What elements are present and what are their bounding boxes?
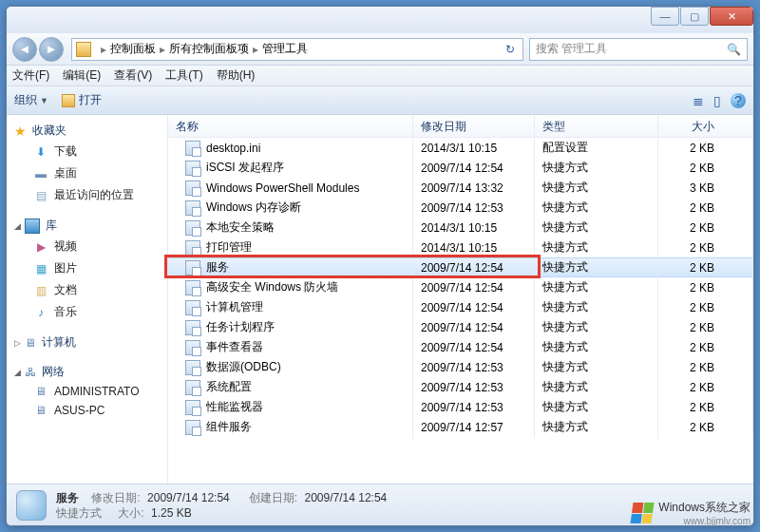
table-row[interactable]: 高级安全 Windows 防火墙 2009/7/14 12:54 快捷方式 2 … xyxy=(168,277,753,297)
menu-edit[interactable]: 编辑(E) xyxy=(63,67,101,84)
table-row[interactable]: 系统配置 2009/7/14 12:53 快捷方式 2 KB xyxy=(168,377,753,397)
menu-tools[interactable]: 工具(T) xyxy=(165,67,202,84)
sidebar-item[interactable]: 🖥ADMINISTRATO xyxy=(7,382,167,401)
watermark-brand: Windows xyxy=(658,501,705,514)
table-row[interactable]: 任务计划程序 2009/7/14 12:54 快捷方式 2 KB xyxy=(168,317,753,337)
file-icon xyxy=(185,260,200,276)
table-row[interactable]: Windows PowerShell Modules 2009/7/14 13:… xyxy=(168,178,753,198)
search-input[interactable]: 搜索 管理工具 🔍 xyxy=(529,38,748,61)
open-label: 打开 xyxy=(79,92,102,108)
preview-pane-button[interactable]: ▯ xyxy=(713,93,721,108)
menu-help[interactable]: 帮助(H) xyxy=(217,67,256,84)
file-date: 2009/7/14 12:54 xyxy=(413,337,535,358)
sidebar-item-label: ASUS-PC xyxy=(54,404,104,417)
table-row[interactable]: 组件服务 2009/7/14 12:57 快捷方式 2 KB xyxy=(168,417,753,437)
col-name[interactable]: 名称 xyxy=(168,115,413,137)
file-name: 计算机管理 xyxy=(206,299,263,315)
sidebar-item-icon: ▬ xyxy=(33,167,48,180)
breadcrumb[interactable]: 管理工具 xyxy=(262,41,308,57)
refresh-button[interactable]: ↻ xyxy=(502,43,519,56)
file-size: 2 KB xyxy=(658,158,753,179)
open-button[interactable]: 打开 xyxy=(62,92,102,108)
computer-icon: 🖥 xyxy=(33,385,48,398)
network-icon: 🖧 xyxy=(25,366,36,379)
table-row[interactable]: 性能监视器 2009/7/14 12:53 快捷方式 2 KB xyxy=(168,397,753,417)
close-button[interactable]: ✕ xyxy=(710,7,753,26)
address-bar[interactable]: ▸ 控制面板 ▸ 所有控制面板项 ▸ 管理工具 ↻ xyxy=(71,38,523,61)
file-size: 2 KB xyxy=(658,297,753,318)
file-size: 2 KB xyxy=(658,337,753,358)
menu-view[interactable]: 查看(V) xyxy=(114,67,152,84)
table-row[interactable]: 事件查看器 2009/7/14 12:54 快捷方式 2 KB xyxy=(168,337,753,357)
file-name: 服务 xyxy=(206,259,229,276)
favorites-header[interactable]: ★ 收藏夹 xyxy=(7,121,167,141)
table-row[interactable]: 打印管理 2014/3/1 10:15 快捷方式 2 KB xyxy=(168,238,753,257)
breadcrumb-sep: ▸ xyxy=(160,43,165,56)
sidebar-item[interactable]: ⬇下载 xyxy=(7,141,167,162)
file-size: 2 KB xyxy=(658,138,753,159)
breadcrumb[interactable]: 控制面板 xyxy=(110,41,156,57)
file-name: 性能监视器 xyxy=(206,399,263,415)
file-size: 2 KB xyxy=(658,238,753,258)
col-date[interactable]: 修改日期 xyxy=(413,115,535,137)
file-name: Windows 内存诊断 xyxy=(206,200,301,216)
file-size: 2 KB xyxy=(658,417,753,438)
table-row[interactable]: 本地安全策略 2014/3/1 10:15 快捷方式 2 KB xyxy=(168,218,753,238)
computer-header[interactable]: ▷ 🖥 计算机 xyxy=(7,332,167,352)
col-size[interactable]: 大小 xyxy=(658,115,753,137)
back-button[interactable]: ◄ xyxy=(12,37,37,62)
star-icon: ★ xyxy=(14,124,27,139)
sidebar-item[interactable]: ▤最近访问的位置 xyxy=(7,184,167,206)
table-row[interactable]: Windows 内存诊断 2009/7/14 12:53 快捷方式 2 KB xyxy=(168,198,753,218)
sidebar-item[interactable]: ▶视频 xyxy=(7,236,167,257)
sidebar-item[interactable]: ▥文档 xyxy=(7,279,167,301)
table-row[interactable]: 服务 2009/7/14 12:54 快捷方式 2 KB xyxy=(168,257,753,277)
watermark: Windows系统之家 www.bjjmlv.com xyxy=(632,500,750,526)
titlebar[interactable]: — ▢ ✕ xyxy=(7,7,753,33)
sidebar-item[interactable]: ♪音乐 xyxy=(7,301,167,323)
file-size: 2 KB xyxy=(658,397,753,418)
sidebar-item[interactable]: ▬桌面 xyxy=(7,162,167,184)
view-mode-button[interactable]: ≣ xyxy=(693,93,704,108)
status-create-label: 创建日期: xyxy=(249,491,297,504)
table-row[interactable]: 数据源(ODBC) 2009/7/14 12:53 快捷方式 2 KB xyxy=(168,357,753,377)
file-icon xyxy=(185,320,200,335)
libraries-header[interactable]: ◢ 库 xyxy=(7,216,167,236)
maximize-button[interactable]: ▢ xyxy=(680,7,709,26)
organize-button[interactable]: 组织 ▼ xyxy=(14,92,48,108)
col-type[interactable]: 类型 xyxy=(535,115,658,137)
sidebar-item[interactable]: ▦图片 xyxy=(7,257,167,279)
help-button[interactable]: ? xyxy=(731,93,746,108)
sidebar-item-label: 音乐 xyxy=(54,304,77,320)
table-row[interactable]: desktop.ini 2014/3/1 10:15 配置设置 2 KB xyxy=(168,138,753,158)
file-date: 2009/7/14 12:53 xyxy=(413,377,535,398)
expand-icon: ◢ xyxy=(14,221,21,231)
navbar: ◄ ► ▸ 控制面板 ▸ 所有控制面板项 ▸ 管理工具 ↻ 搜索 管理工具 🔍 xyxy=(7,33,753,66)
computer-label: 计算机 xyxy=(42,334,76,351)
file-date: 2009/7/14 12:54 xyxy=(413,317,535,338)
search-icon[interactable]: 🔍 xyxy=(727,43,741,56)
table-row[interactable]: iSCSI 发起程序 2009/7/14 12:54 快捷方式 2 KB xyxy=(168,158,753,178)
minimize-button[interactable]: — xyxy=(651,7,679,26)
file-icon xyxy=(185,400,200,415)
file-date: 2009/7/14 12:57 xyxy=(413,417,535,438)
file-name: desktop.ini xyxy=(206,142,260,155)
sidebar-item[interactable]: 🖥ASUS-PC xyxy=(7,401,167,420)
network-header[interactable]: ◢ 🖧 网络 xyxy=(7,362,167,382)
file-list: 名称 修改日期 类型 大小 desktop.ini 2014/3/1 10:15… xyxy=(168,115,753,484)
file-name: 系统配置 xyxy=(206,379,252,395)
file-size: 2 KB xyxy=(658,218,753,238)
sidebar-item-label: 桌面 xyxy=(54,165,77,181)
file-name: 高级安全 Windows 防火墙 xyxy=(206,279,338,295)
library-icon xyxy=(25,218,40,234)
table-row[interactable]: 计算机管理 2009/7/14 12:54 快捷方式 2 KB xyxy=(168,297,753,317)
menu-file[interactable]: 文件(F) xyxy=(12,67,49,84)
file-name: 事件查看器 xyxy=(206,339,263,355)
forward-button[interactable]: ► xyxy=(39,37,64,62)
breadcrumb[interactable]: 所有控制面板项 xyxy=(169,41,249,57)
sidebar-item-icon: ▦ xyxy=(33,262,48,276)
file-icon xyxy=(185,340,200,355)
breadcrumb-sep: ▸ xyxy=(101,43,106,56)
file-name: 本地安全策略 xyxy=(206,219,275,236)
file-date: 2009/7/14 12:54 xyxy=(413,297,535,318)
